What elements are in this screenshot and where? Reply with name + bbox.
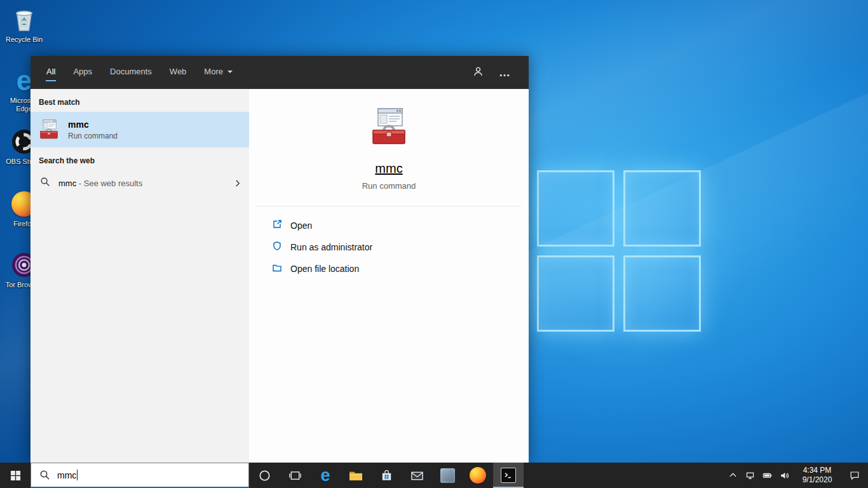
action-open-file-location[interactable]: Open file location [272, 261, 529, 276]
windows-desktop: Recycle Bin e Microsoft Edge OBS Studio … [0, 0, 868, 488]
network-button[interactable] [742, 463, 759, 488]
pinned-app-icon [440, 468, 455, 483]
text-cursor [77, 470, 78, 480]
taskbar-clock[interactable]: 4:34 PM 9/1/2020 [793, 463, 841, 488]
search-input-value: mmc [57, 470, 76, 480]
chevron-down-icon [227, 71, 233, 73]
best-match-text: mmc Run command [68, 119, 118, 140]
start-button[interactable] [0, 463, 31, 488]
tab-more[interactable]: More [203, 64, 233, 81]
hidden-icons-button[interactable] [724, 463, 742, 488]
search-flyout-body: Best match [31, 89, 529, 463]
preview-title[interactable]: mmc [257, 161, 521, 176]
action-label: Run as administrator [290, 242, 372, 252]
cortana-icon [259, 470, 271, 482]
preview-header: mmc Run command [257, 89, 521, 207]
task-view-button[interactable] [280, 463, 310, 488]
network-icon [745, 471, 755, 480]
mmc-icon [38, 119, 60, 140]
tab-documents[interactable]: Documents [109, 64, 153, 81]
file-explorer-button[interactable] [341, 463, 371, 488]
tab-apps[interactable]: Apps [72, 64, 93, 81]
tab-apps-label: Apps [73, 67, 92, 76]
preview-subtitle: Run command [257, 181, 521, 191]
web-suggestion-text: mmc - See web results [58, 179, 142, 188]
notification-icon [850, 470, 860, 480]
chevron-right-icon[interactable] [234, 179, 241, 188]
ellipsis-icon: … [499, 66, 511, 79]
windows-logo-pane [537, 170, 614, 247]
search-icon [40, 177, 50, 189]
person-icon [473, 66, 484, 77]
desktop-icon-label: Recycle Bin [6, 36, 43, 44]
search-web-header: Search the web [39, 156, 249, 165]
edge-glyph: e [17, 67, 32, 94]
firefox-icon [470, 467, 486, 484]
best-match-title: mmc [68, 119, 118, 130]
command-prompt-button[interactable] [493, 463, 524, 488]
taskbar: mmc e [0, 463, 868, 488]
taskbar-search-input[interactable]: mmc [31, 463, 249, 488]
recycle-bin-icon [11, 6, 37, 33]
shield-icon [272, 241, 282, 254]
tab-more-label: More [204, 67, 223, 76]
open-icon [272, 219, 282, 232]
edge-taskbar-button[interactable]: e [310, 463, 341, 488]
web-suggestion-query: mmc [58, 179, 76, 188]
speaker-icon [780, 471, 789, 480]
action-run-as-administrator[interactable]: Run as administrator [272, 240, 529, 255]
battery-icon [763, 471, 772, 480]
preview-actions: Open Run as administrator [249, 207, 529, 276]
action-label: Open [290, 220, 312, 231]
microsoft-store-button[interactable] [371, 463, 402, 488]
windows-start-icon [10, 470, 21, 481]
clock-time: 4:34 PM [793, 466, 841, 475]
search-tab-bar: All Apps Documents Web More [31, 56, 529, 89]
battery-button[interactable] [759, 463, 776, 488]
tab-web-label: Web [170, 67, 187, 76]
action-open[interactable]: Open [272, 218, 529, 233]
best-match-header: Best match [39, 98, 249, 107]
mmc-icon-large [369, 107, 409, 147]
search-results-pane: Best match [31, 89, 249, 463]
preview-pane: mmc Run command Open [249, 89, 529, 463]
chevron-up-icon [728, 471, 738, 480]
search-header-tools: … [473, 66, 513, 79]
task-view-icon [289, 470, 301, 482]
mail-button[interactable] [402, 463, 432, 488]
tab-all[interactable]: All [46, 64, 56, 81]
search-flyout: All Apps Documents Web More [31, 56, 529, 463]
tab-all-label: All [46, 67, 55, 76]
mail-icon [410, 468, 424, 483]
volume-button[interactable] [776, 463, 793, 488]
tab-documents-label: Documents [110, 67, 152, 76]
file-explorer-icon [348, 468, 363, 483]
store-icon [379, 468, 394, 483]
action-label: Open file location [290, 264, 359, 274]
web-suggestion-suffix: - See web results [76, 179, 142, 188]
action-center-button[interactable] [841, 463, 868, 488]
system-tray: 4:34 PM 9/1/2020 [724, 463, 868, 488]
windows-logo-pane [623, 255, 701, 332]
windows-logo-pane [537, 255, 614, 332]
cortana-button[interactable] [249, 463, 280, 488]
web-suggestion[interactable]: mmc - See web results [31, 170, 249, 196]
windows-logo [537, 170, 701, 332]
pinned-app-button[interactable] [432, 463, 463, 488]
edge-icon: e [320, 467, 330, 484]
options-button[interactable]: … [499, 69, 511, 76]
firefox-taskbar-button[interactable] [463, 463, 493, 488]
tab-web[interactable]: Web [169, 64, 187, 81]
folder-icon [272, 262, 282, 275]
best-match-subtitle: Run command [68, 132, 118, 140]
desktop-icon-recycle-bin[interactable]: Recycle Bin [3, 6, 45, 44]
search-icon [39, 470, 50, 480]
windows-logo-pane [623, 170, 701, 247]
clock-date: 9/1/2020 [793, 475, 841, 485]
account-button[interactable] [473, 66, 484, 79]
best-match-result[interactable]: mmc Run command [31, 112, 249, 147]
command-prompt-icon [501, 468, 516, 483]
